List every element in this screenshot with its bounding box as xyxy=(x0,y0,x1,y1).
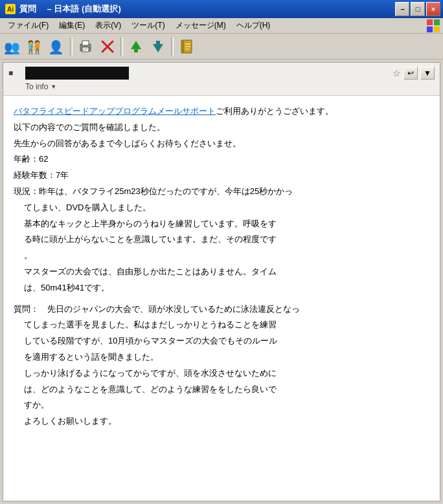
status-label: 現況： xyxy=(14,186,39,196)
status-line-0: 昨年は、バタフライ25m23秒位だったのですが、今年は25秒かかっ xyxy=(39,186,293,196)
svg-rect-2 xyxy=(427,27,433,32)
svg-point-12 xyxy=(89,45,91,47)
svg-text:🧑‍🤝‍🧑: 🧑‍🤝‍🧑 xyxy=(26,39,42,55)
menu-bar: ファイル(F) 編集(E) 表示(V) ツール(T) メッセージ(M) ヘルプ(… xyxy=(0,18,443,34)
age-label: 年齢： xyxy=(14,154,39,164)
email-header-right: ☆ ↩ ▼ xyxy=(392,67,435,80)
svg-rect-1 xyxy=(434,19,440,25)
confirmation-line: 以下の内容でのご質問を確認しました。 xyxy=(14,121,429,135)
question-label: 質問： xyxy=(14,304,39,314)
menu-edit[interactable]: 編集(E) xyxy=(54,19,90,32)
svg-rect-16 xyxy=(134,49,138,52)
from-bar: ■ xyxy=(8,67,392,80)
email-body: バタフライスピードアッププログラムメールサポートご利用ありがとうございます。 以… xyxy=(3,96,440,501)
toolbar-separator-2 xyxy=(120,38,123,56)
contacts-button[interactable]: 👤 xyxy=(47,36,67,57)
question-line-4: しっかり泳げるようになってからですが、頭を水没させないために xyxy=(24,367,429,380)
waiting-line: 先生からの回答があるまで今しばらくお待ちくださいませ。 xyxy=(14,137,429,151)
status-line-4: 。 xyxy=(24,249,429,263)
status-line-5: マスターズの大会では、自由形しか出たことはありません。タイム xyxy=(24,265,429,279)
reply-all-button[interactable]: 👥 xyxy=(3,36,23,57)
status-line-2: 基本的なキックと上半身からのうねりを練習しています。呼吸をす xyxy=(24,217,429,231)
maximize-button[interactable]: □ xyxy=(411,2,425,16)
svg-rect-9 xyxy=(82,47,89,52)
support-link[interactable]: バタフライスピードアッププログラムメールサポート xyxy=(14,106,216,116)
question-line-5: は、どのようなことを意識して、どのような練習ををしたら良いで xyxy=(24,383,429,397)
app-icon-label: Ai xyxy=(7,6,14,13)
to-info-dropdown-icon[interactable]: ▼ xyxy=(51,83,56,90)
svg-text:👥: 👥 xyxy=(4,39,20,55)
windows-logo xyxy=(426,19,440,33)
svg-rect-10 xyxy=(82,49,89,49)
delete-button[interactable] xyxy=(97,36,118,57)
svg-rect-18 xyxy=(156,41,160,44)
email-content-area: ■ To info ▼ ☆ ↩ ▼ バタフライスピードアッププログラムメールサポ… xyxy=(3,62,440,501)
status-line-3: る時に頭が上がらないことを意識しています。まだ、その程度です xyxy=(24,233,429,247)
status-line-1: てしまい、DVDを購入しました。 xyxy=(24,201,429,215)
greeting-suffix: ご利用ありがとうございます。 xyxy=(216,106,334,116)
forward-button[interactable]: 🧑‍🤝‍🧑 xyxy=(25,36,45,57)
toolbar-separator-1 xyxy=(70,38,73,56)
exp-value: 7年 xyxy=(56,170,69,180)
menu-tools[interactable]: ツール(T) xyxy=(126,19,170,32)
experience-line: 経験年数：7年 xyxy=(14,169,429,182)
close-button[interactable]: × xyxy=(426,2,440,16)
question-line-0: 先日のジャパンの大会で、頭が水没しているために泳法違反となっ xyxy=(47,304,300,314)
title-bar: Ai 質問 – 日本語 (自動選択) － □ × xyxy=(0,0,443,18)
menu-file[interactable]: ファイル(F) xyxy=(3,19,54,32)
menu-message[interactable]: メッセージ(M) xyxy=(170,19,231,32)
status-header: 現況：昨年は、バタフライ25m23秒位だったのですが、今年は25秒かかっ xyxy=(14,185,429,199)
to-info-label: To info xyxy=(25,82,48,91)
star-icon[interactable]: ☆ xyxy=(392,68,401,78)
email-header: ■ To info ▼ ☆ ↩ ▼ xyxy=(3,63,440,96)
prev-button[interactable] xyxy=(126,36,146,57)
question-line-2: している段階ですが、10月頃からマスターズの大会でもそのルール xyxy=(24,334,429,348)
question-section: 質問： 先日のジャパンの大会で、頭が水没しているために泳法違反となっ てしまった… xyxy=(14,303,429,428)
question-line-6: すか。 xyxy=(24,399,429,412)
minimize-button[interactable]: － xyxy=(395,2,409,16)
app-icon: Ai xyxy=(5,4,16,14)
svg-marker-15 xyxy=(131,41,141,49)
window-title: 質問 – 日本語 (自動選択) xyxy=(19,3,121,15)
question-line-7: よろしくお願いします。 xyxy=(24,415,429,428)
menu-view[interactable]: 表示(V) xyxy=(90,19,126,32)
menu-help[interactable]: ヘルプ(H) xyxy=(231,19,276,32)
email-greeting: バタフライスピードアッププログラムメールサポートご利用ありがとうございます。 xyxy=(14,105,429,118)
svg-rect-0 xyxy=(427,19,433,25)
reply-button[interactable]: ↩ xyxy=(403,67,418,80)
svg-rect-8 xyxy=(82,41,89,45)
svg-marker-17 xyxy=(153,44,163,52)
question-header: 質問： 先日のジャパンの大会で、頭が水没しているために泳法違反となっ xyxy=(14,303,429,316)
exp-label: 経験年数： xyxy=(14,170,56,180)
question-line-1: てしまった選手を見ました。私はまだしっかりとうねることを練習 xyxy=(24,318,429,332)
address-book-button[interactable] xyxy=(176,36,197,57)
svg-rect-20 xyxy=(181,40,184,53)
from-address xyxy=(25,67,129,80)
age-value: 62 xyxy=(39,154,48,164)
to-info-bar[interactable]: To info ▼ xyxy=(8,82,392,91)
toolbar: 👥 🧑‍🤝‍🧑 👤 xyxy=(0,34,443,60)
svg-rect-11 xyxy=(82,50,87,50)
status-line-6: は、50m41秒41です。 xyxy=(24,281,429,295)
next-button[interactable] xyxy=(148,36,168,57)
nav-dropdown-icon: ▼ xyxy=(424,69,431,78)
email-header-left: ■ To info ▼ xyxy=(8,67,392,91)
reply-arrow-icon: ↩ xyxy=(407,69,414,78)
question-line-3: を適用するという話を聞きました。 xyxy=(24,351,429,364)
print-button[interactable] xyxy=(75,36,96,57)
toolbar-separator-3 xyxy=(171,38,174,56)
svg-text:👤: 👤 xyxy=(48,39,64,55)
age-line: 年齢：62 xyxy=(14,153,429,166)
from-icon: ■ xyxy=(8,69,21,78)
window-controls: － □ × xyxy=(395,2,440,16)
email-nav-button[interactable]: ▼ xyxy=(420,67,435,80)
status-section: 現況：昨年は、バタフライ25m23秒位だったのですが、今年は25秒かかっ てしま… xyxy=(14,185,429,295)
svg-rect-3 xyxy=(434,27,440,32)
